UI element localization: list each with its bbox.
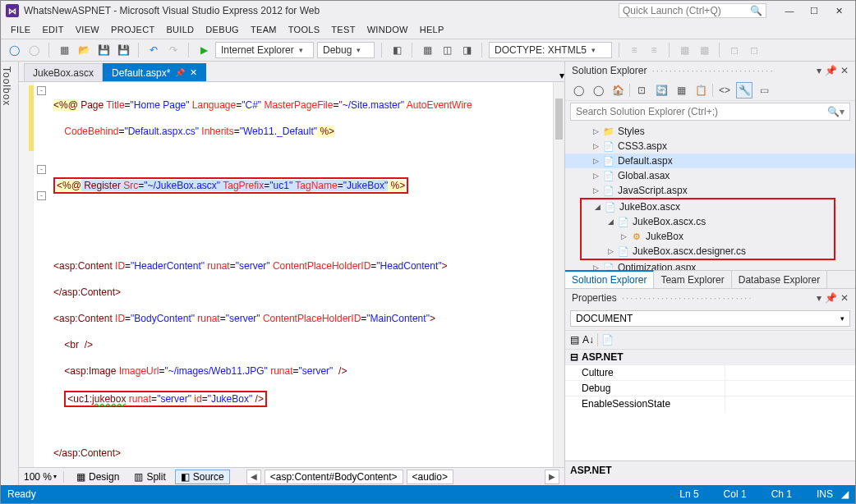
nav-back-button[interactable]: ◯ xyxy=(6,42,22,58)
tb-end-2[interactable]: ◻ xyxy=(746,42,762,58)
house-icon[interactable]: 🏠 xyxy=(610,82,626,99)
breadcrumb-content[interactable]: <asp:Content#BodyContent> xyxy=(265,470,403,484)
pin-icon[interactable]: 📌 xyxy=(175,68,185,77)
breadcrumb-audio[interactable]: <audio> xyxy=(407,470,453,484)
path-prev-button[interactable]: ◀ xyxy=(246,470,261,484)
toolbox-tab[interactable]: Toolbox xyxy=(1,62,19,485)
resize-grip-icon[interactable]: ◢ xyxy=(841,488,849,500)
quick-launch-input[interactable]: Quick Launch (Ctrl+Q) 🔍 xyxy=(619,3,766,18)
redo-button[interactable]: ↷ xyxy=(165,42,182,58)
design-view-button[interactable]: ▦ Design xyxy=(71,470,125,484)
tab-default-aspx[interactable]: Default.aspx*📌✕ xyxy=(103,63,206,81)
show-all-icon[interactable]: ▦ xyxy=(673,82,689,99)
tree-item-default-aspx: ▷📄Default.aspx xyxy=(565,153,855,168)
tab-solution-explorer[interactable]: Solution Explorer xyxy=(565,270,654,288)
refresh-icon[interactable]: 🔄 xyxy=(653,82,670,99)
source-view-button[interactable]: ◧ Source xyxy=(175,470,230,484)
quick-launch-placeholder: Quick Launch (Ctrl+Q) xyxy=(623,5,721,16)
status-ch: Ch 1 xyxy=(771,488,792,500)
properties-icon[interactable]: 🔧 xyxy=(736,82,752,99)
pane-menu-icon[interactable]: ▾ xyxy=(817,65,821,76)
solution-tree[interactable]: ▷📁Styles ▷📄CSS3.aspx ▷📄Default.aspx ▷📄Gl… xyxy=(565,122,855,270)
menu-debug[interactable]: DEBUG xyxy=(205,25,239,34)
tb-indent-l[interactable]: ≡ xyxy=(626,42,642,58)
start-button[interactable]: ▶ xyxy=(196,42,212,58)
prop-pages-icon[interactable]: 📄 xyxy=(601,334,614,346)
status-bar: Ready Ln 5 Col 1 Ch 1 INS ◢ xyxy=(1,485,855,503)
solution-explorer-toolbar: ◯ ◯ 🏠 ⊡ 🔄 ▦ 📋 <> 🔧 ▭ xyxy=(565,80,855,101)
menu-test[interactable]: TEST xyxy=(331,25,355,34)
doctype-combo[interactable]: DOCTYPE: XHTML5▾ xyxy=(489,42,612,58)
menu-window[interactable]: WINDOW xyxy=(367,25,408,34)
solution-explorer-title: Solution Explorer·······················… xyxy=(565,62,855,80)
pin-icon[interactable]: 📌 xyxy=(825,292,837,304)
menu-tools[interactable]: TOOLS xyxy=(288,25,320,34)
document-tabstrip: JukeBox.ascx Default.aspx*📌✕ ▾ xyxy=(19,62,564,81)
tb-uncomment[interactable]: ▦ xyxy=(696,42,712,58)
code-editor[interactable]: - - - <%@ Page Title="Home Page" Languag… xyxy=(19,81,564,467)
preview-icon[interactable]: ▭ xyxy=(756,82,772,99)
tab-database-explorer[interactable]: Database Explorer xyxy=(732,271,827,288)
tb-end-1[interactable]: ◻ xyxy=(726,42,743,58)
home-icon[interactable]: ◯ xyxy=(570,82,587,99)
pane-menu-icon[interactable]: ▾ xyxy=(817,292,821,304)
code-icon[interactable]: <> xyxy=(716,82,733,99)
close-button[interactable]: ✕ xyxy=(827,3,850,18)
undo-button[interactable]: ↶ xyxy=(145,42,162,58)
tb-icon-1[interactable]: ◧ xyxy=(389,42,405,58)
tb-icon-4[interactable]: ◨ xyxy=(458,42,475,58)
new-project-button[interactable]: ▦ xyxy=(56,42,72,58)
zoom-combo[interactable]: 100 % ▾ xyxy=(24,471,57,483)
menu-view[interactable]: VIEW xyxy=(76,25,99,34)
properties-title: Properties······························… xyxy=(565,289,855,307)
vertical-scrollbar[interactable] xyxy=(553,82,564,467)
solution-search-input[interactable]: Search Solution Explorer (Ctrl+;)🔍▾ xyxy=(570,103,850,121)
menu-team[interactable]: TEAM xyxy=(251,25,277,34)
categorized-icon[interactable]: ▤ xyxy=(570,334,579,346)
collapse-icon[interactable]: ⊟ xyxy=(570,351,578,363)
open-file-button[interactable]: 📂 xyxy=(76,42,92,58)
window-title: WhatsNewASPNET - Microsoft Visual Studio… xyxy=(24,5,320,16)
tb-icon-2[interactable]: ▦ xyxy=(419,42,435,58)
fold-icon[interactable]: - xyxy=(37,86,46,95)
save-all-button[interactable]: 💾 xyxy=(115,42,131,58)
explorer-tabstrip: Solution Explorer Team Explorer Database… xyxy=(565,270,855,288)
copy-icon[interactable]: 📋 xyxy=(693,82,709,99)
path-next-button[interactable]: ▶ xyxy=(545,470,559,484)
menu-file[interactable]: FILE xyxy=(11,25,30,34)
menu-build[interactable]: BUILD xyxy=(166,25,194,34)
properties-toolbar: ▤ A↓ 📄 xyxy=(565,330,855,350)
close-tab-icon[interactable]: ✕ xyxy=(190,67,197,78)
properties-object-combo[interactable]: DOCUMENT▾ xyxy=(570,310,850,327)
fold-icon[interactable]: - xyxy=(37,165,46,174)
editor-footer: 100 % ▾ ▦ Design ▥ Split ◧ Source ◀ <asp… xyxy=(19,467,564,485)
save-button[interactable]: 💾 xyxy=(95,42,112,58)
tb-comment[interactable]: ▦ xyxy=(676,42,693,58)
search-icon: 🔍▾ xyxy=(827,106,844,117)
browser-combo[interactable]: Internet Explorer▾ xyxy=(215,42,314,58)
properties-description: ASP.NET xyxy=(565,460,855,485)
properties-grid[interactable]: ⊟ASP.NET Culture Debug EnableSessionStat… xyxy=(565,350,855,460)
pin-icon[interactable]: 📌 xyxy=(825,65,837,76)
tab-team-explorer[interactable]: Team Explorer xyxy=(654,271,731,288)
config-combo[interactable]: Debug▾ xyxy=(317,42,375,58)
tab-jukebox-ascx[interactable]: JukeBox.ascx xyxy=(24,63,103,81)
back-icon[interactable]: ◯ xyxy=(590,82,606,99)
vs-logo-icon: ⋈ xyxy=(6,4,19,17)
nav-fwd-button[interactable]: ◯ xyxy=(25,42,42,58)
menu-project[interactable]: PROJECT xyxy=(111,25,154,34)
status-col: Col 1 xyxy=(724,488,747,500)
fold-icon[interactable]: - xyxy=(37,191,46,200)
collapse-icon[interactable]: ⊡ xyxy=(633,82,650,99)
split-view-button[interactable]: ▥ Split xyxy=(128,470,171,484)
menu-bar: FILE EDIT VIEW PROJECT BUILD DEBUG TEAM … xyxy=(1,21,855,39)
minimize-button[interactable]: — xyxy=(778,3,801,18)
tb-icon-3[interactable]: ◫ xyxy=(439,42,455,58)
close-pane-icon[interactable]: ✕ xyxy=(840,65,849,76)
menu-help[interactable]: HELP xyxy=(420,25,444,34)
alpha-icon[interactable]: A↓ xyxy=(582,334,594,346)
menu-edit[interactable]: EDIT xyxy=(42,25,63,34)
close-pane-icon[interactable]: ✕ xyxy=(840,292,849,304)
tb-indent-r[interactable]: ≡ xyxy=(646,42,662,58)
maximize-button[interactable]: ☐ xyxy=(803,3,826,18)
